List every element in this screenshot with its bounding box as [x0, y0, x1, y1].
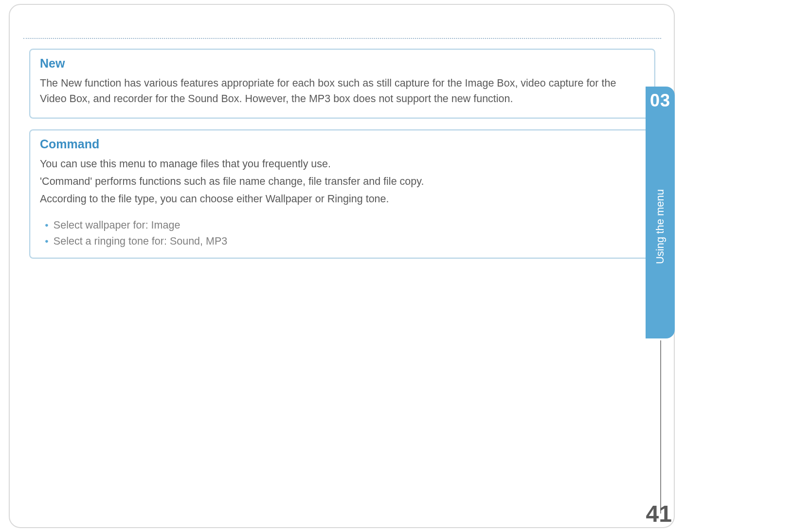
chapter-tab: 03 — [646, 87, 675, 115]
chapter-label-tab: Using the menu — [646, 115, 675, 338]
chapter-label: Using the menu — [654, 189, 667, 264]
section-title-command: Command — [40, 137, 645, 151]
command-line-2: 'Command' performs functions such as fil… — [40, 174, 645, 189]
command-bullets: Select wallpaper for: Image Select a rin… — [40, 217, 645, 249]
info-box-new: New The New function has various feature… — [29, 49, 655, 119]
command-line-3: According to the file type, you can choo… — [40, 191, 645, 207]
command-line-1: You can use this menu to manage files th… — [40, 156, 645, 172]
list-item: Select wallpaper for: Image — [45, 217, 645, 233]
page-number: 41 — [646, 500, 672, 527]
list-item: Select a ringing tone for: Sound, MP3 — [45, 233, 645, 249]
vertical-separator — [660, 340, 661, 514]
content-area: New The New function has various feature… — [29, 49, 655, 269]
info-box-command: Command You can use this menu to manage … — [29, 129, 655, 259]
dotted-separator — [23, 38, 661, 39]
new-paragraph: The New function has various features ap… — [40, 75, 645, 107]
chapter-number: 03 — [650, 90, 670, 111]
section-body-command: You can use this menu to manage files th… — [40, 156, 645, 249]
section-body-new: The New function has various features ap… — [40, 75, 645, 107]
section-title-new: New — [40, 56, 645, 71]
